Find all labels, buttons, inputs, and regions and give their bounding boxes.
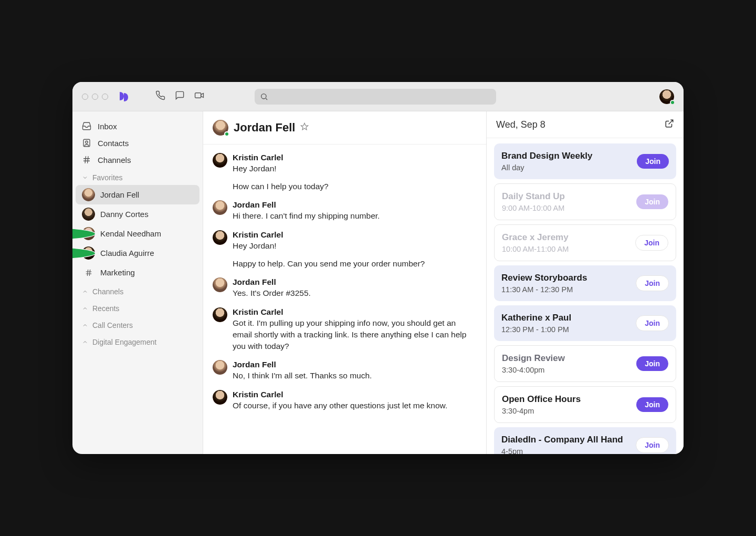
event-time: 12:30 PM - 1:00 PM — [501, 325, 629, 334]
chevron-up-icon — [82, 322, 88, 328]
favorite-label: Claudia Aguirre — [100, 249, 154, 257]
event-title: Open Office Hours — [502, 394, 630, 405]
message-author: Kristin Carlel — [233, 390, 477, 399]
join-button[interactable]: Join — [636, 397, 668, 412]
event-title: Brand Design Weekly — [501, 151, 631, 161]
event-title: Design Review — [502, 353, 630, 364]
calendar-event: Brand Design WeeklyAll dayJoin — [494, 143, 676, 179]
window-minimize-button[interactable] — [92, 94, 98, 100]
chevron-up-icon — [82, 339, 88, 345]
event-time: 3:30-4pm — [502, 407, 630, 415]
join-button[interactable]: Join — [636, 194, 668, 209]
window-close-button[interactable] — [82, 94, 88, 100]
calendar-event: Design Review3:30-4:00pmJoin — [494, 345, 676, 382]
chat-icon[interactable] — [175, 90, 185, 102]
titlebar — [72, 82, 684, 111]
message-author: Jordan Fell — [233, 277, 477, 287]
chevron-up-icon — [82, 305, 88, 312]
sidebar-section-0[interactable]: Channels — [76, 282, 200, 299]
calendar-event: Review Storyboards11:30 AM - 12:30 PMJoi… — [494, 265, 676, 301]
sidebar-favorite-1[interactable]: Danny Cortes — [76, 204, 200, 224]
avatar — [82, 208, 95, 221]
join-button[interactable]: Join — [636, 437, 669, 453]
message-avatar — [213, 277, 227, 292]
nav-label: Inbox — [98, 122, 117, 131]
event-title: Review Storyboards — [501, 273, 629, 283]
message-author: Kristin Carlel — [233, 307, 477, 317]
nav-label: Contacts — [98, 139, 129, 148]
message-avatar — [213, 153, 227, 168]
chevron-up-icon — [82, 288, 88, 295]
join-button[interactable]: Join — [635, 235, 668, 251]
svg-rect-0 — [195, 93, 201, 98]
calendar-event: Grace x Jeremy10:00 AM-11:00 AMJoin — [494, 224, 676, 261]
message-avatar — [213, 390, 227, 405]
event-title: Grace x Jeremy — [502, 232, 629, 243]
chat-panel: Jordan Fell Kristin CarlelHey Jordan!How… — [203, 111, 486, 454]
message-text: Of course, if you have any other questio… — [233, 400, 477, 411]
contacts-icon — [82, 138, 91, 148]
window-maximize-button[interactable] — [102, 94, 108, 100]
hash-icon — [82, 266, 95, 279]
message-avatar — [213, 230, 227, 245]
message: Jordan FellHi there. I can't find my shi… — [213, 196, 477, 226]
join-button[interactable]: Join — [636, 315, 669, 331]
chat-title: Jordan Fell — [234, 121, 295, 135]
search-input[interactable] — [255, 89, 496, 105]
sidebar-favorite-0[interactable]: Jordan Fell — [76, 185, 200, 204]
message-text: Hi there. I can't find my shipping numbe… — [233, 210, 477, 222]
calendar-event: DialedIn - Company All Hand4-5pmJoin — [494, 427, 676, 454]
search-icon — [260, 92, 268, 101]
svg-point-3 — [86, 141, 88, 143]
sidebar-section-2[interactable]: Call Centers — [76, 316, 200, 333]
sidebar-favorite-3[interactable]: Claudia Aguirre — [76, 243, 200, 263]
chat-header-avatar — [213, 120, 228, 136]
svg-point-1 — [261, 94, 266, 98]
video-icon[interactable] — [194, 90, 204, 102]
favorite-label: Danny Cortes — [100, 210, 149, 219]
avatar — [82, 246, 95, 260]
favorites-header[interactable]: Favorites — [76, 168, 200, 185]
message-author: Kristin Carlel — [233, 153, 477, 162]
event-time: 10:00 AM-11:00 AM — [502, 245, 629, 253]
popout-icon[interactable] — [665, 119, 674, 130]
message: Jordan FellNo, I think I'm all set. Than… — [213, 356, 477, 386]
app-window: Inbox Contacts Channels Favorites Jordan… — [72, 82, 684, 454]
message: Kristin CarlelHey Jordan!How can I help … — [213, 149, 477, 196]
calendar-event: Katherine x Paul12:30 PM - 1:00 PMJoin — [494, 305, 676, 341]
join-button[interactable]: Join — [636, 275, 669, 291]
calendar-panel: Wed, Sep 8 Brand Design WeeklyAll dayJoi… — [486, 111, 684, 454]
join-button[interactable]: Join — [636, 356, 668, 371]
nav-contacts[interactable]: Contacts — [76, 135, 200, 151]
avatar — [82, 227, 95, 240]
message-avatar — [213, 307, 227, 322]
nav-channels[interactable]: Channels — [76, 151, 200, 168]
phone-icon[interactable] — [155, 90, 165, 102]
message-text: Hey Jordan!How can I help you today? — [233, 163, 477, 192]
calendar-events: Brand Design WeeklyAll dayJoinDaily Stan… — [487, 138, 684, 454]
sidebar-section-3[interactable]: Digital Engagement — [76, 333, 200, 349]
nav-label: Channels — [98, 156, 131, 164]
nav-inbox[interactable]: Inbox — [76, 118, 200, 135]
sidebar-favorite-4[interactable]: Marketing — [76, 263, 200, 282]
message: Kristin CarlelHey Jordan!Happy to help. … — [213, 226, 477, 273]
join-button[interactable]: Join — [637, 154, 669, 169]
calendar-event: Open Office Hours3:30-4pmJoin — [494, 386, 676, 423]
calendar-date: Wed, Sep 8 — [496, 119, 545, 130]
message-text: Hey Jordan!Happy to help. Can you send m… — [233, 240, 477, 269]
message-author: Jordan Fell — [233, 200, 477, 210]
sidebar-section-1[interactable]: Recents — [76, 299, 200, 316]
traffic-lights — [82, 94, 108, 100]
favorite-label: Jordan Fell — [100, 190, 139, 199]
current-user-avatar[interactable] — [659, 89, 674, 104]
star-icon[interactable] — [300, 122, 309, 133]
sidebar-favorite-2[interactable]: Kendal Needham — [76, 224, 200, 243]
calendar-header: Wed, Sep 8 — [487, 111, 684, 138]
message: Kristin CarlelOf course, if you have any… — [213, 386, 477, 416]
sidebar: Inbox Contacts Channels Favorites Jordan… — [72, 111, 203, 454]
event-title: DialedIn - Company All Hand — [501, 435, 629, 445]
message-text: No, I think I'm all set. Thanks so much. — [233, 370, 477, 382]
message-avatar — [213, 200, 227, 215]
event-title: Katherine x Paul — [501, 313, 629, 323]
search-wrap — [255, 89, 496, 105]
